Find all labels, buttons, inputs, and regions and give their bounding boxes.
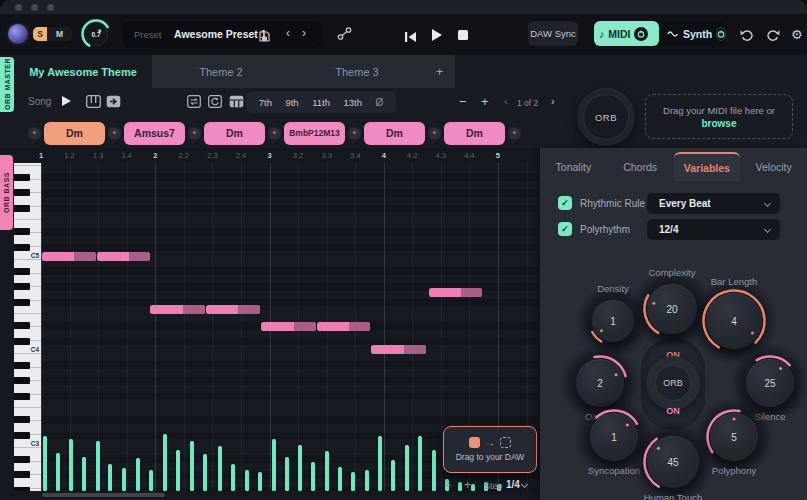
tab-tonality[interactable]: Tonality (540, 152, 607, 181)
orb-on-bottom[interactable]: ON (653, 406, 693, 416)
extension-7th[interactable]: 7th (259, 97, 272, 108)
orb-master-side-tab[interactable]: ORB MASTER (0, 57, 14, 112)
human-touch-knob[interactable]: 45 (647, 436, 699, 488)
midi-note[interactable] (429, 288, 482, 297)
tab-theme-1[interactable]: My Awesome Theme (14, 55, 152, 88)
velocity-bar[interactable] (149, 470, 153, 491)
midi-toggle[interactable]: ♪ MIDI (594, 21, 659, 46)
chord-block-dm[interactable]: Dm (444, 122, 505, 145)
add-theme-button[interactable]: + (424, 55, 455, 88)
velocity-bar[interactable] (405, 445, 409, 491)
zoom-in-button[interactable]: + (481, 94, 489, 109)
regenerate-icon[interactable] (208, 94, 222, 112)
bar-length-knob[interactable]: 4 (706, 293, 762, 349)
velocity-bar[interactable] (378, 436, 382, 491)
preset-selector[interactable]: Preset Awesome Preset 1 ‹ › (122, 21, 322, 48)
skip-to-start-button[interactable] (404, 29, 417, 47)
add-chord-button[interactable]: + (188, 127, 201, 140)
chord-block-dm[interactable]: Dm (44, 122, 105, 145)
save-preset-icon[interactable] (259, 28, 270, 46)
step-minus-button[interactable]: − (444, 478, 451, 492)
chord-block-bmbp12m13[interactable]: BmbP12M13 (284, 122, 345, 145)
gear-icon[interactable]: ⚙ (791, 27, 803, 42)
window-close-button[interactable] (15, 4, 22, 11)
rhythmic-rule-checkbox[interactable]: ✓ (558, 196, 572, 210)
add-chord-button[interactable]: + (268, 127, 281, 140)
mute-button[interactable]: M (47, 27, 72, 41)
undo-icon[interactable] (740, 27, 754, 45)
sync-arrows-icon[interactable] (187, 94, 201, 112)
add-chord-button[interactable]: + (508, 127, 521, 140)
add-chord-button[interactable]: + (108, 127, 121, 140)
velocity-bar[interactable] (432, 450, 436, 491)
midi-note[interactable] (97, 252, 150, 261)
velocity-bar[interactable] (176, 450, 180, 491)
tab-theme-2[interactable]: Theme 2 (152, 55, 290, 88)
tab-velocity[interactable]: Velocity (740, 152, 807, 181)
preset-next-button[interactable]: › (302, 26, 306, 40)
velocity-bar[interactable] (338, 467, 342, 491)
velocity-bar[interactable] (96, 441, 100, 491)
piano-icon[interactable] (86, 94, 101, 112)
daw-sync-button[interactable]: DAW Sync (528, 21, 578, 46)
keyboard-grid-icon[interactable] (229, 94, 244, 112)
midi-note[interactable] (150, 305, 205, 314)
chord-block-amsus7[interactable]: Amsus7 (124, 122, 185, 145)
patch-cable-icon[interactable] (337, 26, 352, 45)
midi-note[interactable] (42, 252, 96, 261)
velocity-bar[interactable] (163, 434, 167, 491)
midi-note[interactable] (261, 322, 316, 331)
polyrhythm-dropdown[interactable]: 12/4 (647, 219, 780, 240)
velocity-bar[interactable] (365, 470, 369, 491)
velocity-bar[interactable] (82, 457, 86, 491)
tab-variables[interactable]: Variables (674, 152, 741, 181)
song-play-button[interactable] (62, 96, 71, 106)
velocity-bar[interactable] (391, 460, 395, 491)
polyphony-knob[interactable]: 5 (710, 413, 758, 461)
redo-icon[interactable] (766, 27, 780, 45)
midi-note[interactable] (371, 345, 426, 354)
velocity-bar[interactable] (245, 470, 249, 491)
midi-dropzone[interactable]: Drag your MIDI file here or browse (645, 94, 793, 139)
velocity-bar[interactable] (69, 439, 73, 491)
step-plus-button[interactable]: + (464, 478, 471, 492)
velocity-bar[interactable] (471, 484, 475, 491)
midi-power-icon[interactable] (634, 27, 648, 41)
rhythmic-rule-dropdown[interactable]: Every Beat (647, 193, 780, 214)
midi-note[interactable] (206, 305, 260, 314)
velocity-bar[interactable] (285, 457, 289, 491)
tab-chords[interactable]: Chords (607, 152, 674, 181)
stop-button[interactable] (458, 30, 468, 40)
orb-center-button[interactable]: ORB (646, 356, 700, 410)
velocity-bar[interactable] (351, 472, 355, 491)
velocity-bar[interactable] (136, 458, 140, 491)
midi-note[interactable] (317, 322, 370, 331)
extension-13th[interactable]: 13th (343, 97, 362, 108)
add-chord-button[interactable]: + (348, 127, 361, 140)
velocity-bar[interactable] (122, 468, 126, 491)
velocity-bar[interactable] (108, 464, 112, 491)
play-button[interactable] (432, 29, 442, 41)
synth-power-icon[interactable] (716, 27, 726, 41)
chord-block-dm[interactable]: Dm (204, 122, 265, 145)
velocity-bar[interactable] (272, 439, 276, 491)
orb-bass-side-tab[interactable]: ORB BASS (0, 155, 13, 230)
silence-knob[interactable]: 25 (746, 359, 794, 407)
extension-ø[interactable]: Ø (375, 97, 383, 108)
velocity-bar[interactable] (203, 454, 207, 491)
page-prev-button[interactable]: ‹ (504, 95, 508, 107)
tab-theme-3[interactable]: Theme 3 (290, 55, 424, 88)
extension-9th[interactable]: 9th (285, 97, 298, 108)
window-minimize-button[interactable] (31, 4, 38, 11)
velocity-bar[interactable] (311, 462, 315, 491)
solo-button[interactable]: S (33, 27, 47, 41)
page-next-button[interactable]: › (551, 95, 555, 107)
orb-generate-button[interactable]: ORB (577, 88, 635, 146)
velocity-bar[interactable] (258, 472, 262, 491)
piano-keys[interactable]: C5C4C3 (14, 163, 41, 491)
syncopation-knob[interactable]: 1 (590, 413, 638, 461)
browse-link[interactable]: browse (701, 118, 736, 129)
velocity-bar[interactable] (56, 453, 60, 491)
horizontal-scrollbar[interactable] (42, 493, 165, 497)
velocity-bar[interactable] (43, 436, 47, 491)
